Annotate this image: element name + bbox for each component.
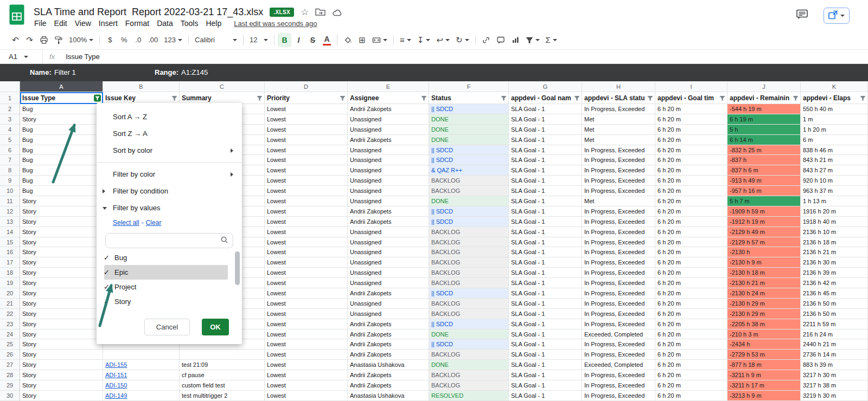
cell-I19[interactable]: 6 h 20 m — [655, 278, 727, 288]
undo-button[interactable]: ↶ — [9, 33, 22, 47]
open-share-button[interactable] — [824, 8, 850, 24]
cell-J2[interactable]: -544 h 19 m — [727, 104, 801, 114]
column-header-K[interactable]: K — [801, 81, 868, 92]
cell-H18[interactable]: In Progress, Exceeded — [582, 268, 655, 278]
cell-E25[interactable]: Andrii Zakopets — [348, 339, 429, 350]
cell-H5[interactable]: Met — [582, 135, 655, 145]
cell-F26[interactable]: BACKLOG — [429, 350, 509, 360]
header-cell-G1[interactable]: appdevi - Goal nam — [509, 92, 582, 104]
cell-F17[interactable]: BACKLOG — [429, 257, 509, 268]
menu-edit[interactable]: Edit — [50, 18, 71, 29]
cell-F3[interactable]: DONE — [429, 114, 509, 125]
cell-D21[interactable]: Lowest — [265, 299, 348, 309]
cell-A16[interactable]: Story — [20, 247, 103, 257]
sort-za-item[interactable]: Sort Z → A — [97, 125, 242, 142]
cell-C27[interactable]: test 21:09 — [180, 360, 265, 370]
row-header-2[interactable]: 2 — [0, 104, 20, 114]
cell-J6[interactable]: -832 h 25 m — [727, 145, 801, 156]
cell-D20[interactable]: Lowest — [265, 288, 348, 299]
zoom-select[interactable]: 100% — [66, 33, 96, 47]
cell-H27[interactable]: Exceeded, Completed — [582, 360, 655, 370]
cell-D11[interactable]: Lowest — [265, 196, 348, 206]
cell-A9[interactable]: Bug — [20, 176, 103, 186]
row-header-21[interactable]: 21 — [0, 299, 20, 309]
cell-H7[interactable]: In Progress, Exceeded — [582, 155, 655, 165]
clear-link[interactable]: Clear — [146, 219, 162, 227]
cell-E17[interactable]: Unassigned — [348, 257, 429, 268]
cell-E20[interactable]: Andrii Zakopets — [348, 288, 429, 299]
cell-J8[interactable]: -837 h 6 m — [727, 165, 801, 176]
filter-icon[interactable] — [421, 95, 427, 101]
last-edit-link[interactable]: Last edit was seconds ago — [234, 20, 317, 28]
cell-K26[interactable]: 2736 h 14 m — [801, 350, 868, 360]
cell-D22[interactable]: Lowest — [265, 309, 348, 319]
cell-B26[interactable] — [103, 350, 180, 360]
cell-I23[interactable]: 6 h 20 m — [655, 319, 727, 329]
cell-G10[interactable]: SLA Goal - 1 — [509, 186, 582, 196]
cell-I8[interactable]: 6 h 20 m — [655, 165, 727, 176]
header-cell-I1[interactable]: appdevi - Goal tim — [655, 92, 727, 104]
cell-D10[interactable]: Lowest — [265, 186, 348, 196]
cell-I9[interactable]: 6 h 20 m — [655, 176, 727, 186]
text-rotation-button[interactable]: ↻ — [453, 33, 472, 47]
cell-K27[interactable]: 883 h 39 m — [801, 360, 868, 370]
cell-A21[interactable]: Story — [20, 299, 103, 309]
row-header-27[interactable]: 27 — [0, 360, 20, 370]
merge-cells-button[interactable] — [369, 33, 390, 47]
header-cell-J1[interactable]: appdevi - Remainin — [727, 92, 801, 104]
cell-G5[interactable]: SLA Goal - 1 — [509, 135, 582, 145]
cell-K18[interactable]: 2136 h 39 m — [801, 268, 868, 278]
cell-F7[interactable]: || SDCD — [429, 155, 509, 165]
select-all-corner[interactable] — [0, 81, 20, 92]
cell-F13[interactable]: || SDCD — [429, 217, 509, 227]
cell-I3[interactable]: 6 h 20 m — [655, 114, 727, 125]
insert-link-button[interactable] — [479, 33, 493, 47]
cell-F19[interactable]: BACKLOG — [429, 278, 509, 288]
cloud-status-icon[interactable] — [332, 8, 342, 16]
cell-G23[interactable]: SLA Goal - 1 — [509, 319, 582, 329]
cell-A19[interactable]: Story — [20, 278, 103, 288]
cell-I17[interactable]: 6 h 20 m — [655, 257, 727, 268]
cell-G25[interactable]: SLA Goal - 1 — [509, 339, 582, 350]
cell-A25[interactable]: Story — [20, 339, 103, 350]
cell-J11[interactable]: 5 h 7 m — [727, 196, 801, 206]
cell-H10[interactable]: In Progress, Exceeded — [582, 186, 655, 196]
filter-icon[interactable] — [257, 95, 263, 101]
cell-I13[interactable]: 6 h 20 m — [655, 217, 727, 227]
header-cell-K1[interactable]: appdevi - Elaps — [801, 92, 868, 104]
cell-D9[interactable]: Lowest — [265, 176, 348, 186]
cell-F5[interactable]: DONE — [429, 135, 509, 145]
cell-J17[interactable]: -2130 h 9 m — [727, 257, 801, 268]
cell-H30[interactable]: In Progress, Exceeded — [582, 391, 655, 401]
cell-A8[interactable]: Bug — [20, 165, 103, 176]
cell-F29[interactable]: BACKLOG — [429, 380, 509, 391]
cell-H28[interactable]: In Progress, Exceeded — [582, 370, 655, 380]
cell-G7[interactable]: SLA Goal - 1 — [509, 155, 582, 165]
cell-B29[interactable]: ADI-150 — [103, 380, 180, 391]
row-header-25[interactable]: 25 — [0, 339, 20, 350]
fill-color-button[interactable] — [341, 33, 355, 47]
cell-G3[interactable]: SLA Goal - 1 — [509, 114, 582, 125]
column-header-J[interactable]: J — [727, 81, 801, 92]
cell-F16[interactable]: BACKLOG — [429, 247, 509, 257]
menu-data[interactable]: Data — [153, 18, 177, 29]
cell-E21[interactable]: Unassigned — [348, 299, 429, 309]
cell-D30[interactable]: Lowest — [265, 391, 348, 401]
cell-I4[interactable]: 6 h 20 m — [655, 125, 727, 135]
cell-J10[interactable]: -957 h 16 m — [727, 186, 801, 196]
column-header-I[interactable]: I — [655, 81, 727, 92]
cell-H9[interactable]: In Progress, Exceeded — [582, 176, 655, 186]
row-header-6[interactable]: 6 — [0, 145, 20, 156]
cell-A23[interactable]: Story — [20, 319, 103, 329]
cell-G22[interactable]: SLA Goal - 1 — [509, 309, 582, 319]
cell-F10[interactable]: BACKLOG — [429, 186, 509, 196]
cell-J14[interactable]: -2129 h 49 m — [727, 227, 801, 237]
cell-E29[interactable]: Andrii Zakopets — [348, 380, 429, 391]
cell-F12[interactable]: || SDCD — [429, 206, 509, 217]
cell-H19[interactable]: In Progress, Exceeded — [582, 278, 655, 288]
cell-J3[interactable]: 6 h 19 m — [727, 114, 801, 125]
cell-H13[interactable]: In Progress, Exceeded — [582, 217, 655, 227]
cell-J23[interactable]: -2205 h 38 m — [727, 319, 801, 329]
cell-J22[interactable]: -2130 h 29 m — [727, 309, 801, 319]
text-color-button[interactable]: A — [320, 33, 334, 47]
